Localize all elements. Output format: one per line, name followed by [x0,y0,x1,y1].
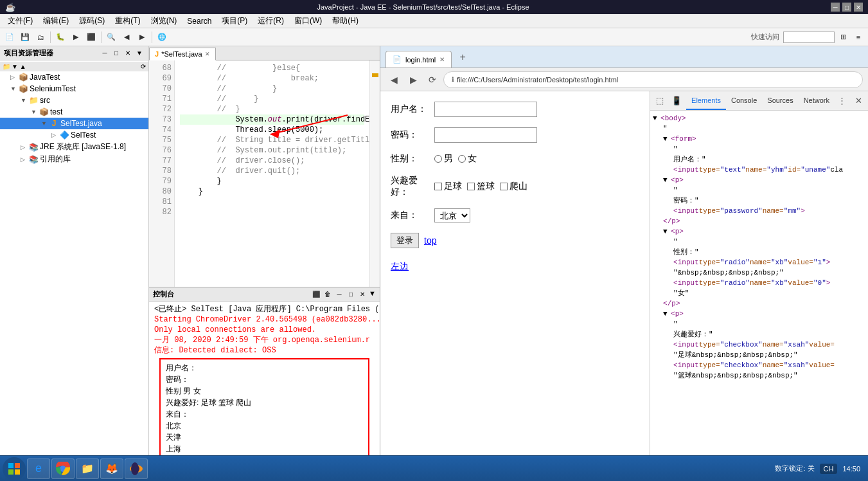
browser-tab-login[interactable]: 📄 login.html ✕ [385,51,452,68]
taskbar-chrome-btn[interactable] [51,458,75,479]
taskbar-lang-btn[interactable]: CH [820,464,838,474]
value-attr: value= [788,257,813,268]
browser-refresh-btn[interactable]: ⟳ [424,71,441,88]
toolbar-run[interactable]: ▶ [69,30,83,44]
console-minimize-btn[interactable]: ─ [334,289,344,300]
toolbar-more[interactable]: ≡ [851,30,865,44]
taskbar-eclipse-btn[interactable] [125,458,148,479]
panel-view-menu-btn[interactable]: ▼ [134,48,145,59]
browser-new-tab-btn[interactable]: + [456,50,470,64]
menu-project[interactable]: 项目(P) [217,14,252,28]
panel-maximize-btn[interactable]: □ [111,48,121,59]
close-button[interactable]: ✕ [854,3,863,12]
menu-edit[interactable]: 编辑(E) [38,14,74,28]
console-close-btn[interactable]: ✕ [357,289,368,300]
menu-file[interactable]: 文件(F) [3,14,38,28]
scroll-position-marker [372,73,378,77]
expand-icon[interactable]: ▼ [663,226,671,237]
console-clear-btn[interactable]: 🗑 [323,289,333,300]
devtools-tab-sources[interactable]: Sources [762,91,798,110]
taskbar-ie-btn[interactable]: e [27,458,50,479]
devtools-tab-network[interactable]: Network [799,91,835,110]
text-node: " [673,237,678,247]
output-line-2: 密码： [166,374,363,385]
toolbar-open-browser[interactable]: 🌐 [155,30,169,44]
console-maximize-btn[interactable]: □ [346,289,356,300]
text-node: "足球&nbsp;&nbsp;&nbsp;&nbsp;" [673,350,798,360]
gender-male-option[interactable]: 男 [434,153,453,165]
tree-item-jre[interactable]: ▷ 📚 JRE 系统库 [JavaSE-1.8] [0,141,148,153]
tree-item-seleniumtest[interactable]: ▼ 📦 SeleniumTest [0,83,148,95]
tab-close-btn[interactable]: ✕ [205,51,210,57]
top-link[interactable]: top [424,235,436,246]
toolbar-save[interactable]: 💾 [18,30,32,44]
panel-minimize-btn[interactable]: ─ [100,48,110,59]
menu-source[interactable]: 源码(S) [74,14,110,28]
svg-point-9 [133,466,139,472]
toolbar-save-all[interactable]: 🗂 [33,30,48,44]
panel-close-btn[interactable]: ✕ [123,48,133,59]
gender-female-option[interactable]: 女 [458,153,477,165]
console-terminate-btn[interactable]: ⬛ [311,289,321,300]
code-editor[interactable]: 68 69 70 71 72 73 74 75 76 77 78 79 80 8… [149,60,369,287]
origin-select[interactable]: 北京 天津 上海 [434,208,470,222]
toolbar-new[interactable]: 📄 [3,30,17,44]
browser-back-btn[interactable]: ◀ [385,71,402,88]
start-button[interactable] [3,457,26,480]
menu-navigate[interactable]: 浏览(N) [146,14,182,28]
devtools-device-btn[interactable]: 📱 [669,94,684,108]
left-link[interactable]: 左边 [391,261,409,271]
tree-item-javatest[interactable]: ▷ 📦 JavaTest [0,71,148,83]
toolbar-perspectives[interactable]: ⊞ [836,30,850,44]
folder-icon: 📁 [28,95,39,105]
menu-help[interactable]: 帮助(H) [327,14,364,28]
minimize-button[interactable]: ─ [831,3,840,12]
expand-icon[interactable]: ▼ [663,309,671,319]
menu-refactor[interactable]: 重构(T) [110,14,145,28]
menu-run[interactable]: 运行(R) [252,14,289,28]
devtools-tab-console[interactable]: Console [726,91,762,110]
devtools-close-btn[interactable]: ✕ [851,94,865,108]
taskbar-files-btn[interactable]: 📁 [76,458,99,479]
taskbar-status-text: 数字锁定: 关 [775,464,814,473]
quick-access-input[interactable] [783,32,835,43]
browser-forward-btn[interactable]: ▶ [405,71,421,88]
maximize-button[interactable]: □ [842,3,851,12]
devtools-content: ▼ <body> " ▼ <form> " 用户名：" [650,111,868,467]
expand-icon[interactable]: ▼ [653,113,660,123]
tree-item-src[interactable]: ▼ 📁 src [0,95,148,106]
address-bar[interactable]: ℹ file:///C:/Users/Administrator/Desktop… [443,71,863,88]
code-line-74: Thread.sleep(5000); [180,125,364,135]
interest-soccer[interactable]: 足球 [434,181,462,192]
tree-item-test[interactable]: ▼ 📦 test [0,106,148,118]
devtools-inspect-btn[interactable]: ⬚ [653,94,667,108]
dom-body-text: " [653,123,865,134]
menu-search[interactable]: Search [182,15,217,27]
taskbar-firefox-btn[interactable]: 🦊 [100,458,123,479]
expand-icon[interactable]: ▼ [663,134,671,144]
toolbar-forward[interactable]: ▶ [135,30,149,44]
browser-tab-close[interactable]: ✕ [439,56,445,63]
tab-seltestjava[interactable]: J *SelTest.java ✕ [149,48,216,60]
tree-item-seltest-class[interactable]: ▷ 🔷 SelTest [0,129,148,141]
toolbar-debug[interactable]: 🐛 [53,30,67,44]
username-input[interactable] [434,102,537,117]
interest-basketball[interactable]: 篮球 [467,181,495,192]
console-view-menu[interactable]: ▼ [369,289,376,300]
expand-icon: ▷ [21,144,28,150]
toolbar-back[interactable]: ◀ [120,30,134,44]
dom-username-text: 用户名：" [653,154,865,165]
editor-scrollbar[interactable] [369,60,380,287]
tree-item-refs[interactable]: ▷ 📚 引用的库 [0,153,148,165]
tree-item-seltestjava[interactable]: ▼ J SelTest.java [0,118,148,129]
password-input[interactable] [434,127,537,143]
toolbar-stop[interactable]: ⬛ [84,30,98,44]
login-button[interactable]: 登录 [391,233,419,248]
type-val: "text" [720,165,746,175]
interest-hiking[interactable]: 爬山 [500,181,527,192]
expand-icon[interactable]: ▼ [663,175,671,185]
toolbar-search[interactable]: 🔍 [104,30,118,44]
devtools-tab-elements[interactable]: Elements [686,91,726,110]
menu-window[interactable]: 窗口(W) [289,14,327,28]
devtools-more-btn[interactable]: ⋮ [835,94,849,108]
